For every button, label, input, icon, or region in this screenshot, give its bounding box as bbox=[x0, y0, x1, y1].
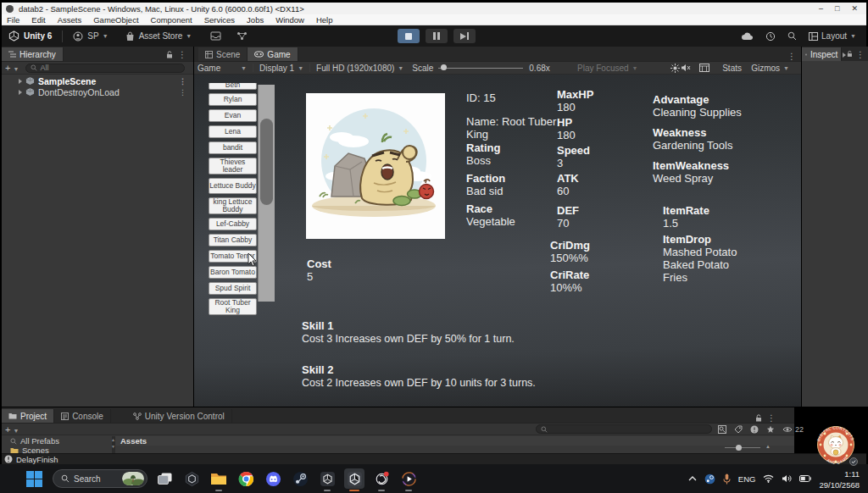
search-by-label-icon[interactable] bbox=[734, 425, 743, 434]
account-dropdown[interactable]: SP▼ bbox=[87, 31, 108, 41]
cloud-icon[interactable] bbox=[741, 32, 754, 41]
visibility-counter[interactable]: 22 bbox=[782, 425, 804, 434]
app-chrome[interactable] bbox=[236, 468, 256, 489]
maximize-button[interactable]: □ bbox=[835, 4, 839, 13]
wifi-icon[interactable] bbox=[763, 474, 774, 483]
character-button-evan[interactable]: Evan bbox=[209, 109, 257, 122]
project-add-button[interactable]: + ▼ bbox=[5, 424, 19, 435]
tab-game[interactable]: Game bbox=[248, 47, 298, 61]
favorites-star-icon[interactable] bbox=[766, 425, 775, 434]
hierarchy-item-dontdestroyonload[interactable]: DontDestroyOnLoad ⋮ bbox=[2, 86, 193, 97]
vsync-burst-icon[interactable] bbox=[670, 64, 680, 73]
tab-console[interactable]: Console bbox=[54, 409, 111, 423]
mute-audio-icon[interactable] bbox=[681, 64, 691, 72]
search-icon[interactable] bbox=[787, 31, 797, 41]
hierarchy-item-samplescene[interactable]: SampleScene ⋮ bbox=[2, 75, 193, 86]
slider-arrow-icon[interactable]: ▲ bbox=[765, 444, 771, 449]
character-button-thieves-leader[interactable]: Thieves leader bbox=[209, 158, 257, 174]
app-discord[interactable] bbox=[263, 468, 283, 489]
menu-file[interactable]: File bbox=[7, 15, 19, 25]
app-unity-hub[interactable] bbox=[181, 468, 202, 489]
scale-slider[interactable] bbox=[438, 64, 523, 72]
app-file-explorer[interactable] bbox=[209, 468, 229, 489]
battery-icon[interactable] bbox=[799, 475, 811, 482]
hierarchy-menu-kebab-icon[interactable]: ⋮ bbox=[175, 50, 190, 59]
tab-unity-version-control[interactable]: Unity Version Control bbox=[126, 409, 232, 423]
assets-header[interactable]: Assets bbox=[115, 436, 794, 446]
menu-jobs[interactable]: Jobs bbox=[247, 15, 264, 25]
thumbnail-size-slider[interactable] bbox=[725, 447, 760, 448]
tab-hierarchy[interactable]: Hierarchy bbox=[2, 47, 64, 61]
character-button-spud-spirit[interactable]: Spud Spirit bbox=[209, 282, 257, 295]
lock-icon[interactable] bbox=[847, 50, 853, 58]
close-button[interactable]: ✕ bbox=[851, 4, 858, 13]
play-focused-dropdown[interactable]: Play Focused▼ bbox=[577, 64, 638, 73]
status-message[interactable]: DelayFinish bbox=[16, 455, 58, 464]
lock-icon[interactable] bbox=[166, 51, 173, 58]
inspector-kebab-icon[interactable]: ⋮ bbox=[853, 50, 868, 59]
app-steam[interactable] bbox=[290, 468, 310, 489]
speaker-icon[interactable] bbox=[782, 474, 792, 483]
resolution-dropdown[interactable]: Full HD (1920x1080)▼ bbox=[316, 64, 403, 73]
character-button-lettuce-buddy[interactable]: Lettuce Buddy bbox=[209, 178, 257, 194]
package-manager-icon[interactable] bbox=[210, 31, 221, 41]
menu-help[interactable]: Help bbox=[316, 15, 333, 25]
tab-inspector[interactable]: Inspect bbox=[802, 47, 842, 61]
tab-scene[interactable]: Scene bbox=[198, 47, 248, 61]
thumbnail-slider-knob[interactable] bbox=[736, 445, 742, 451]
game-panel-kebab-icon[interactable]: ⋮ bbox=[784, 52, 801, 61]
search-by-type-icon[interactable] bbox=[718, 425, 726, 434]
character-button-root-tuber-king[interactable]: Root Tuber King bbox=[209, 298, 257, 315]
app-obs[interactable] bbox=[371, 468, 392, 489]
character-button-rylan[interactable]: Rylan bbox=[209, 93, 257, 106]
character-button-beth[interactable]: Beth bbox=[209, 83, 257, 90]
history-icon[interactable] bbox=[765, 31, 776, 42]
game-mode-dropdown[interactable]: Game▼ bbox=[198, 64, 247, 73]
project-search-input[interactable] bbox=[536, 424, 712, 434]
character-list-scrollbar[interactable] bbox=[258, 85, 275, 302]
search-highlight-image[interactable] bbox=[122, 472, 144, 485]
alert-icon[interactable] bbox=[750, 425, 759, 434]
app-capture[interactable] bbox=[398, 468, 419, 489]
hierarchy-search-input[interactable]: All bbox=[25, 64, 185, 73]
step-button[interactable] bbox=[453, 29, 476, 43]
layout-dropdown[interactable]: Layout▼ bbox=[809, 31, 856, 41]
vfx-graph-icon[interactable] bbox=[699, 64, 709, 72]
language-indicator[interactable]: ENG bbox=[738, 474, 756, 484]
tray-steam-icon[interactable] bbox=[704, 474, 715, 485]
menu-window[interactable]: Window bbox=[275, 15, 304, 25]
expand-arrow-icon[interactable] bbox=[19, 90, 22, 95]
stats-toggle[interactable]: Stats bbox=[722, 64, 742, 73]
taskbar-clock[interactable]: 1:11 29/10/2568 bbox=[819, 468, 860, 490]
task-view-button[interactable] bbox=[154, 468, 175, 489]
character-button-titan-cabby[interactable]: Titan Cabby bbox=[209, 234, 257, 246]
asset-store-dropdown[interactable]: Asset Store▼ bbox=[139, 31, 192, 41]
tab-project[interactable]: Project bbox=[2, 409, 54, 423]
taskbar-search[interactable]: Search bbox=[53, 469, 147, 488]
tray-microphone-icon[interactable] bbox=[723, 474, 731, 485]
menu-edit[interactable]: Edit bbox=[31, 15, 45, 25]
character-button-lef-cabby[interactable]: Lef-Cabby bbox=[209, 218, 257, 230]
menu-assets[interactable]: Assets bbox=[58, 15, 82, 25]
menu-gameobject[interactable]: GameObject bbox=[93, 15, 138, 25]
tab-scroll-arrow-icon[interactable] bbox=[843, 53, 846, 58]
scale-slider-knob[interactable] bbox=[441, 64, 447, 70]
scrollbar-thumb[interactable] bbox=[260, 119, 273, 205]
project-kebab-icon[interactable]: ⋮ bbox=[764, 413, 779, 423]
expand-arrow-icon[interactable] bbox=[19, 79, 22, 84]
services-connect-icon[interactable] bbox=[236, 31, 248, 41]
menu-component[interactable]: Component bbox=[151, 15, 192, 25]
lock-icon[interactable] bbox=[755, 414, 762, 422]
row-kebab-icon[interactable]: ⋮ bbox=[179, 77, 186, 86]
character-button-bandit[interactable]: bandit bbox=[209, 141, 257, 154]
character-button-king-lettuce-buddy[interactable]: king Lettuce Buddy bbox=[209, 197, 257, 214]
pause-button[interactable] bbox=[426, 29, 448, 43]
app-unity-editor-active[interactable] bbox=[344, 468, 364, 489]
display-dropdown[interactable]: Display 1▼ bbox=[259, 64, 303, 73]
tray-chevron-icon[interactable] bbox=[688, 476, 697, 481]
minimize-button[interactable]: – bbox=[819, 4, 823, 13]
hierarchy-add-button[interactable]: + ▼ bbox=[5, 63, 19, 73]
app-unity-cube[interactable] bbox=[317, 468, 337, 489]
play-button[interactable] bbox=[398, 29, 420, 43]
project-favorites-all-prefabs[interactable]: All Prefabs bbox=[2, 436, 112, 446]
